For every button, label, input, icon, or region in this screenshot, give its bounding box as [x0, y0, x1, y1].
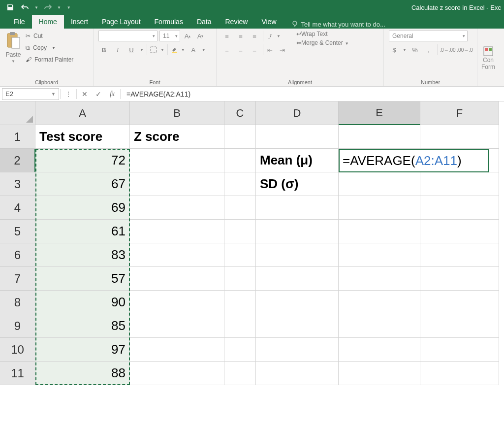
- cell-D5[interactable]: [256, 220, 339, 243]
- align-right-icon[interactable]: ≡: [249, 44, 260, 55]
- cell-B4[interactable]: [130, 196, 224, 220]
- cell-E6[interactable]: [339, 243, 420, 267]
- cell-A11[interactable]: 88: [35, 362, 130, 385]
- undo-icon[interactable]: [19, 1, 32, 13]
- cell-B3[interactable]: [130, 172, 224, 196]
- cell-A3[interactable]: 67: [35, 172, 130, 196]
- cell-B2[interactable]: [130, 149, 224, 172]
- cell-A1[interactable]: Test score: [35, 125, 130, 149]
- copy-button[interactable]: ⧉Copy▼: [26, 42, 73, 53]
- enter-icon[interactable]: ✓: [92, 88, 105, 100]
- accounting-format-icon[interactable]: $: [389, 44, 400, 55]
- tab-insert[interactable]: Insert: [64, 15, 95, 29]
- active-cell-editor[interactable]: =AVERAGE(A2:A11): [339, 149, 489, 172]
- font-size-select[interactable]: 11: [159, 31, 180, 41]
- cell-F11[interactable]: [420, 362, 499, 385]
- cell-B5[interactable]: [130, 220, 224, 243]
- cell-C4[interactable]: [224, 196, 256, 220]
- cell-E9[interactable]: [339, 314, 420, 338]
- underline-button[interactable]: U: [126, 44, 137, 55]
- percent-format-icon[interactable]: %: [410, 44, 420, 55]
- cell-C3[interactable]: [224, 172, 256, 196]
- column-header-F[interactable]: F: [420, 101, 499, 125]
- tab-home[interactable]: Home: [32, 15, 64, 29]
- row-header-10[interactable]: 10: [0, 338, 35, 362]
- name-box[interactable]: E2▼: [2, 88, 59, 100]
- cell-A4[interactable]: 69: [35, 196, 130, 220]
- cell-E1[interactable]: [339, 125, 420, 149]
- align-middle-icon[interactable]: ≡: [235, 31, 246, 41]
- cell-A6[interactable]: 83: [35, 243, 130, 267]
- cell-E4[interactable]: [339, 196, 420, 220]
- wrap-text-button[interactable]: ↩Wrap Text: [296, 31, 349, 37]
- cell-C5[interactable]: [224, 220, 256, 243]
- merge-center-button[interactable]: ⇔Merge & Center▼: [296, 39, 349, 46]
- column-header-C[interactable]: C: [224, 101, 256, 125]
- row-header-9[interactable]: 9: [0, 314, 35, 338]
- cell-F6[interactable]: [420, 243, 499, 267]
- cell-E3[interactable]: [339, 172, 420, 196]
- cancel-icon[interactable]: ✕: [78, 88, 92, 100]
- cell-C11[interactable]: [224, 362, 256, 385]
- cell-E11[interactable]: [339, 362, 420, 385]
- column-header-B[interactable]: B: [130, 101, 224, 125]
- cut-button[interactable]: ✂Cut: [26, 31, 73, 41]
- cell-F7[interactable]: [420, 267, 499, 291]
- orientation-icon[interactable]: ⭜: [263, 31, 274, 41]
- cell-A2[interactable]: 72: [35, 149, 130, 172]
- dropdown-icon[interactable]: ▼: [34, 5, 38, 10]
- cell-D9[interactable]: [256, 314, 339, 338]
- select-all-corner[interactable]: [0, 101, 35, 125]
- format-painter-button[interactable]: 🖌Format Painter: [26, 54, 73, 65]
- cell-F3[interactable]: [420, 172, 499, 196]
- decrease-font-icon[interactable]: A▾: [195, 31, 206, 41]
- decrease-decimal-icon[interactable]: .00→.0: [458, 44, 472, 55]
- cell-F10[interactable]: [420, 338, 499, 362]
- font-family-select[interactable]: [98, 31, 158, 41]
- dropdown-icon[interactable]: ▼: [51, 92, 56, 97]
- cell-C2[interactable]: [224, 149, 256, 172]
- cell-D8[interactable]: [256, 291, 339, 314]
- row-header-3[interactable]: 3: [0, 172, 35, 196]
- tab-formulas[interactable]: Formulas: [148, 15, 190, 29]
- tab-data[interactable]: Data: [190, 15, 219, 29]
- row-header-7[interactable]: 7: [0, 267, 35, 291]
- row-header-2[interactable]: 2: [0, 149, 35, 172]
- cell-C1[interactable]: [224, 125, 256, 149]
- cell-C6[interactable]: [224, 243, 256, 267]
- cell-F5[interactable]: [420, 220, 499, 243]
- cell-E8[interactable]: [339, 291, 420, 314]
- cell-D1[interactable]: [256, 125, 339, 149]
- number-format-select[interactable]: General: [389, 31, 468, 41]
- cell-C7[interactable]: [224, 267, 256, 291]
- dropdown-icon[interactable]: ▼: [57, 5, 61, 10]
- cell-D11[interactable]: [256, 362, 339, 385]
- increase-decimal-icon[interactable]: .0→.00: [437, 44, 455, 55]
- cell-B9[interactable]: [130, 314, 224, 338]
- cell-A8[interactable]: 90: [35, 291, 130, 314]
- tab-view[interactable]: View: [254, 15, 283, 29]
- tell-me[interactable]: Tell me what you want to do...: [284, 20, 385, 29]
- cell-D10[interactable]: [256, 338, 339, 362]
- worksheet-grid[interactable]: ABCDEF 1234567891011 Test scoreZ score72…: [0, 101, 504, 430]
- align-left-icon[interactable]: ≡: [221, 44, 232, 55]
- conditional-formatting-icon[interactable]: [483, 46, 494, 57]
- row-header-8[interactable]: 8: [0, 291, 35, 314]
- increase-indent-icon[interactable]: ⇥: [277, 44, 287, 55]
- row-header-5[interactable]: 5: [0, 220, 35, 243]
- save-icon[interactable]: [4, 1, 17, 13]
- row-header-6[interactable]: 6: [0, 243, 35, 267]
- increase-font-icon[interactable]: A▴: [182, 31, 193, 41]
- dropdown-icon[interactable]: ▼: [11, 59, 15, 64]
- cell-E10[interactable]: [339, 338, 420, 362]
- cell-D2[interactable]: Mean (μ): [256, 149, 339, 172]
- bold-button[interactable]: B: [98, 44, 109, 55]
- tab-review[interactable]: Review: [219, 15, 255, 29]
- borders-button[interactable]: [147, 44, 158, 55]
- fx-icon[interactable]: fx: [105, 88, 119, 100]
- cell-E5[interactable]: [339, 220, 420, 243]
- row-header-11[interactable]: 11: [0, 362, 35, 385]
- customize-qat-icon[interactable]: ▼: [67, 5, 71, 10]
- align-center-icon[interactable]: ≡: [235, 44, 246, 55]
- cell-D3[interactable]: SD (σ): [256, 172, 339, 196]
